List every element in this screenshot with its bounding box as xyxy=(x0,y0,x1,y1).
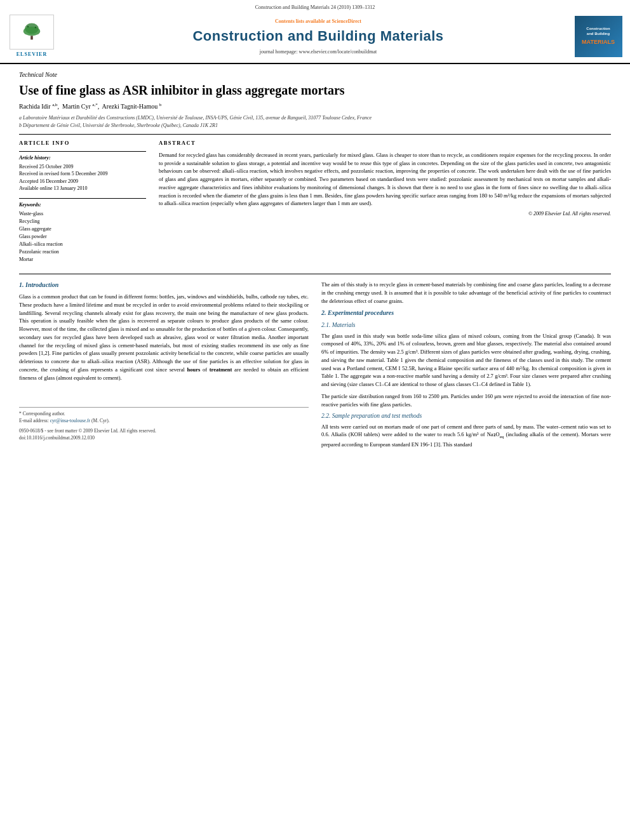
article-history-block: Article history: Received 25 October 200… xyxy=(19,151,146,192)
intro-text: Glass is a common product that can be fo… xyxy=(19,293,309,382)
affiliation-b: b Département de Génie Civil, Université… xyxy=(19,122,611,129)
experimental-title: 2. Experimental procedures xyxy=(321,309,611,317)
corresponding-note: * Corresponding author. xyxy=(19,411,309,418)
article-info-col: ARTICLE INFO Article history: Received 2… xyxy=(19,140,146,263)
author-rachida: Rachida Idir xyxy=(19,103,51,110)
intro-title: 1. Introduction xyxy=(19,281,309,290)
body-content: 1. Introduction Glass is a common produc… xyxy=(19,274,611,452)
article-info-abstract: ARTICLE INFO Article history: Received 2… xyxy=(19,134,611,263)
copyright: © 2009 Elsevier Ltd. All rights reserved… xyxy=(159,210,611,217)
svg-rect-2 xyxy=(30,36,33,39)
author-martin: Martin Cyr xyxy=(62,103,91,110)
author-arezki: Arezki Tagnit-Hamou xyxy=(102,103,158,110)
article-title: Use of fine glass as ASR inhibitor in gl… xyxy=(19,82,611,98)
keywords-label: Keywords: xyxy=(19,201,146,208)
meta-line: Construction and Building Materials 24 (… xyxy=(0,4,630,11)
elsevier-logo: ELSEVIER xyxy=(6,15,57,58)
journal-citation: Construction and Building Materials 24 (… xyxy=(255,4,375,10)
page: Construction and Building Materials 24 (… xyxy=(0,0,630,840)
journal-title: Construction and Building Materials xyxy=(64,27,573,46)
email-link[interactable]: cyr@insa-toulouse.fr xyxy=(50,418,90,423)
cbm-logo-line1: Construction and Building xyxy=(586,27,610,37)
doi-note: doi:10.1016/j.conbuildmat.2009.12.030 xyxy=(19,435,309,442)
abstract-text: Demand for recycled glass has considerab… xyxy=(159,151,611,208)
keyword-1: Waste-glass xyxy=(19,210,146,218)
svg-point-3 xyxy=(27,25,29,27)
journal-homepage: journal homepage: www.elsevier.com/locat… xyxy=(64,48,573,55)
article-info-heading: ARTICLE INFO xyxy=(19,140,146,147)
svg-point-4 xyxy=(35,27,36,28)
svg-point-1 xyxy=(23,27,40,36)
materials-title: 2.1. Materials xyxy=(321,321,611,330)
keyword-2: Recycling xyxy=(19,218,146,225)
cbm-logo-container: Construction and Building MATERIALS xyxy=(573,16,624,57)
body-col-right: The aim of this study is to recycle glas… xyxy=(321,281,611,452)
keyword-5: Alkali–silica reaction xyxy=(19,241,146,248)
elsevier-label: ELSEVIER xyxy=(17,51,47,58)
main-content: Technical Note Use of fine glass as ASR … xyxy=(0,64,630,458)
aim-text: The aim of this study is to recycle glas… xyxy=(321,281,611,305)
sample-prep-text: All tests were carried out on mortars ma… xyxy=(321,423,611,449)
abstract-col: ABSTRACT Demand for recycled glass has c… xyxy=(159,140,611,263)
keyword-3: Glass aggregate xyxy=(19,225,146,233)
sample-prep-title: 2.2. Sample preparation and test methods xyxy=(321,412,611,420)
keyword-6: Pozzolanic reaction xyxy=(19,248,146,256)
body-col-left: 1. Introduction Glass is a common produc… xyxy=(19,281,309,452)
received-date: Received 25 October 2009 xyxy=(19,163,146,170)
accepted-date: Accepted 16 December 2009 xyxy=(19,178,146,185)
sciencedirect-text[interactable]: ScienceDirect xyxy=(332,18,361,24)
sciencedirect-link: Contents lists available at ScienceDirec… xyxy=(64,18,573,25)
cbm-logo: Construction and Building MATERIALS xyxy=(575,16,622,57)
available-date: Available online 13 January 2010 xyxy=(19,185,146,192)
authors: Rachida Idir a,b, Martin Cyr a,*, Arezki… xyxy=(19,102,611,111)
body-two-col: 1. Introduction Glass is a common produc… xyxy=(19,281,611,452)
elsevier-tree-icon xyxy=(19,23,44,42)
footnotes-area: * Corresponding author. E-mail address: … xyxy=(19,407,309,441)
header-main: ELSEVIER Contents lists available at Sci… xyxy=(0,12,630,60)
affiliations: a Laboratoire Matériaux et Durabilité de… xyxy=(19,114,611,129)
affiliation-a: a Laboratoire Matériaux et Durabilité de… xyxy=(19,114,611,121)
journal-header: Construction and Building Materials 24 (… xyxy=(0,0,630,64)
issn-note: 0950-0618/$ - see front matter © 2009 El… xyxy=(19,428,309,435)
keyword-4: Glass powder xyxy=(19,233,146,241)
elsevier-logo-box xyxy=(10,15,54,50)
journal-center: Contents lists available at ScienceDirec… xyxy=(64,18,573,55)
received-revised-date: Received in revised form 5 December 2009 xyxy=(19,170,146,177)
article-type: Technical Note xyxy=(19,70,611,79)
particle-size-text: The particle size distribution ranged fr… xyxy=(321,392,611,409)
abstract-heading: ABSTRACT xyxy=(159,140,611,147)
email-note: E-mail address: cyr@insa-toulouse.fr (M.… xyxy=(19,418,309,425)
keyword-7: Mortar xyxy=(19,256,146,263)
history-label: Article history: xyxy=(19,154,146,161)
keywords-block: Keywords: Waste-glass Recycling Glass ag… xyxy=(19,198,146,263)
cbm-logo-line3: MATERIALS xyxy=(582,38,615,46)
materials-text: The glass used in this study was bottle … xyxy=(321,332,611,389)
